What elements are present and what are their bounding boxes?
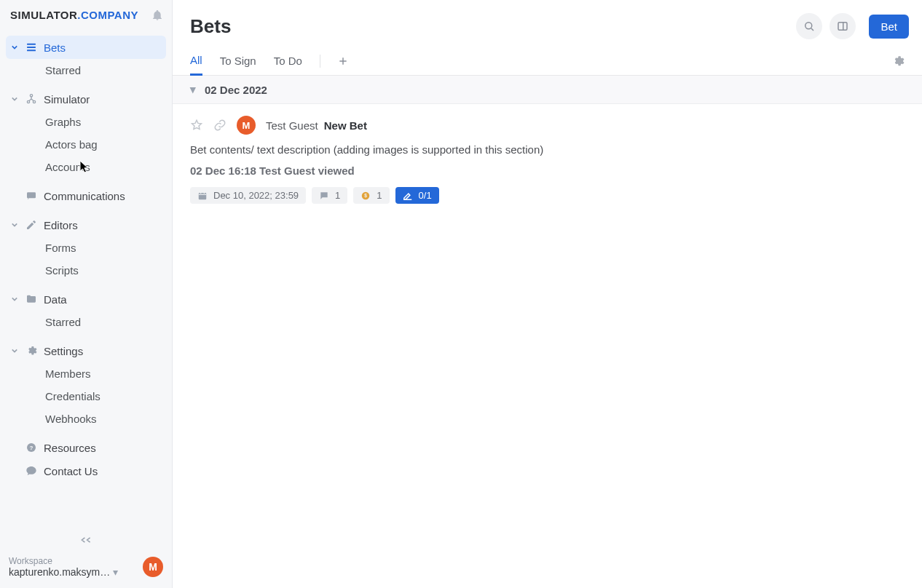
avatar[interactable]: M <box>143 557 163 577</box>
author-avatar[interactable]: M <box>237 116 256 135</box>
svg-point-9 <box>805 23 812 29</box>
chevron-down-icon <box>10 222 19 228</box>
chip-label: 1 <box>335 190 340 201</box>
bet-title: New Bet <box>324 119 367 132</box>
calendar-icon <box>197 191 208 201</box>
brand[interactable]: SIMULATOR.COMPANY <box>10 9 151 21</box>
sidebar-sublabel: Actors bag <box>45 138 98 151</box>
bet-card[interactable]: M Test Guest New Bet Bet contents/ text … <box>173 104 922 218</box>
tab-separator <box>320 55 320 68</box>
page-header: Bets Bet <box>173 0 922 39</box>
sidebar-item-credentials[interactable]: Credentials <box>0 385 172 408</box>
sidebar-item-simulator[interactable]: Simulator <box>0 87 172 111</box>
sidebar-item-actors-bag[interactable]: Actors bag <box>0 133 172 156</box>
sidebar-sublabel: Starred <box>45 316 81 328</box>
workspace-value: kapturenko.maksym… <box>9 566 110 578</box>
svg-rect-0 <box>27 44 36 45</box>
bell-icon[interactable] <box>151 9 163 21</box>
svg-rect-6 <box>27 192 36 198</box>
collapse-sidebar-button[interactable] <box>0 531 172 550</box>
sidebar-item-accounts[interactable]: Accounts <box>0 156 172 178</box>
svg-text:?: ? <box>30 445 34 451</box>
chip-label: Dec 10, 2022; 23:59 <box>213 190 299 201</box>
speech-icon <box>25 465 38 477</box>
sidebar-sublabel: Accounts <box>45 161 90 173</box>
sidebar-sublabel: Starred <box>45 64 81 76</box>
sidebar-label: Bets <box>44 41 66 54</box>
chip-sign[interactable]: 0/1 <box>395 187 439 204</box>
workspace-label: Workspace <box>9 556 134 566</box>
sidebar-item-data[interactable]: Data <box>0 287 172 311</box>
sidebar-label: Editors <box>44 219 78 231</box>
chip-label: 1 <box>377 190 382 201</box>
comment-icon <box>319 191 329 201</box>
sidebar-item-bets[interactable]: Bets <box>6 36 166 59</box>
sidebar-item-scripts[interactable]: Scripts <box>0 259 172 282</box>
chip-due-date[interactable]: Dec 10, 2022; 23:59 <box>190 187 306 204</box>
sidebar-item-bets-starred[interactable]: Starred <box>0 59 172 82</box>
sidebar-sublabel: Webhooks <box>45 413 97 425</box>
tab-to-sign[interactable]: To Sign <box>220 55 256 74</box>
svg-rect-2 <box>27 49 36 51</box>
sidebar-label: Resources <box>44 442 96 454</box>
svg-point-3 <box>30 95 32 97</box>
page-title: Bets <box>190 15 796 38</box>
avatar-letter: M <box>243 120 251 131</box>
tab-all[interactable]: All <box>190 54 202 76</box>
sidebar-item-resources[interactable]: ? Resources <box>0 436 172 459</box>
nodes-icon <box>25 93 38 105</box>
caret-down-icon: ▾ <box>190 83 196 96</box>
sidebar-item-data-starred[interactable]: Starred <box>0 311 172 333</box>
chevron-down-icon <box>10 44 19 50</box>
bet-description: Bet contents/ text description (adding i… <box>190 143 905 156</box>
sidebar-item-webhooks[interactable]: Webhooks <box>0 408 172 430</box>
chip-label: 0/1 <box>419 190 432 201</box>
sidebar-item-forms[interactable]: Forms <box>0 237 172 259</box>
sidebar-label: Communications <box>44 190 125 202</box>
sidebar-sublabel: Credentials <box>45 390 101 402</box>
search-button[interactable] <box>796 13 822 39</box>
sign-icon <box>403 191 413 201</box>
sidebar-sublabel: Graphs <box>45 116 81 128</box>
bet-author: Test Guest <box>266 119 318 132</box>
folder-icon <box>25 293 38 305</box>
chevron-down-icon <box>10 96 19 102</box>
star-icon[interactable] <box>190 119 203 132</box>
gear-icon <box>25 345 38 357</box>
link-icon[interactable] <box>213 119 226 132</box>
brand-primary: SIMULATOR <box>10 9 77 21</box>
sidebar-label: Settings <box>44 345 83 357</box>
avatar-letter: M <box>149 561 157 573</box>
sidebar-item-members[interactable]: Members <box>0 362 172 385</box>
sidebar-item-communications[interactable]: Communications <box>0 184 172 207</box>
workspace-switcher[interactable]: Workspace kapturenko.maksym… ▾ M <box>0 550 172 588</box>
coin-icon: $ <box>360 191 371 201</box>
sidebar-item-settings[interactable]: Settings <box>0 339 172 362</box>
help-icon: ? <box>25 442 38 453</box>
chevron-down-icon <box>10 348 19 354</box>
sidebar-item-editors[interactable]: Editors <box>0 213 172 237</box>
chat-icon <box>25 190 38 202</box>
svg-rect-1 <box>27 47 36 48</box>
group-header[interactable]: ▾ 02 Dec 2022 <box>173 76 922 104</box>
panel-toggle-button[interactable] <box>830 13 856 39</box>
sidebar-label: Data <box>44 293 67 306</box>
caret-down-icon: ▾ <box>113 566 118 578</box>
tabs-settings-button[interactable] <box>891 55 905 68</box>
chip-coins[interactable]: $ 1 <box>353 187 389 204</box>
sidebar-item-graphs[interactable]: Graphs <box>0 111 172 133</box>
chevron-down-icon <box>10 296 19 302</box>
bet-button[interactable]: Bet <box>869 15 909 39</box>
sidebar-sublabel: Forms <box>45 242 76 254</box>
brand-secondary: .COMPANY <box>77 9 138 21</box>
sidebar-label: Simulator <box>44 93 90 106</box>
add-tab-button[interactable] <box>338 56 348 66</box>
svg-text:$: $ <box>365 193 368 199</box>
stream-icon <box>25 41 38 53</box>
pencil-icon <box>25 219 38 231</box>
tab-to-do[interactable]: To Do <box>274 55 302 74</box>
sidebar-sublabel: Members <box>45 368 91 380</box>
chip-comments[interactable]: 1 <box>312 187 347 204</box>
sidebar-item-contact[interactable]: Contact Us <box>0 459 172 482</box>
bet-activity: 02 Dec 16:18 Test Guest viewed <box>190 164 905 177</box>
